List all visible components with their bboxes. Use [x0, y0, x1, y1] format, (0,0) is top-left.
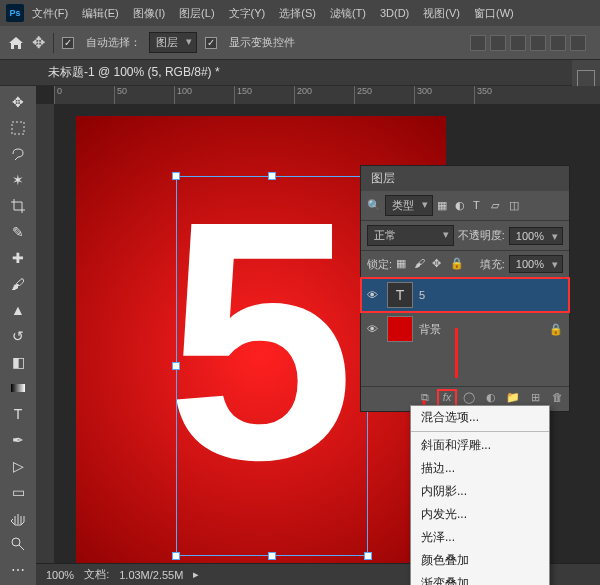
menu-window[interactable]: 窗口(W)	[468, 2, 520, 25]
layer-name[interactable]: 5	[419, 289, 425, 301]
search-icon[interactable]: 🔍	[367, 199, 381, 212]
ruler-mark: 150	[234, 86, 294, 104]
transform-handle[interactable]	[268, 552, 276, 560]
fx-menu-item-blending[interactable]: 混合选项...	[411, 406, 549, 429]
move-tool-icon[interactable]: ✥	[32, 33, 45, 52]
marquee-tool[interactable]	[4, 116, 32, 140]
menu-type[interactable]: 文字(Y)	[223, 2, 272, 25]
transform-handle[interactable]	[172, 552, 180, 560]
type-tool[interactable]: T	[4, 402, 32, 426]
layer-row-background[interactable]: 👁 背景 🔒	[361, 312, 569, 346]
document-tab[interactable]: 未标题-1 @ 100% (5, RGB/8#) *	[40, 60, 228, 85]
zoom-level[interactable]: 100%	[46, 569, 74, 581]
ruler-mark: 100	[174, 86, 234, 104]
layer-thumbnail-type-icon: T	[387, 282, 413, 308]
lock-transparency-icon[interactable]: ▦	[396, 257, 410, 271]
menu-image[interactable]: 图像(I)	[127, 2, 171, 25]
layers-panel-tab[interactable]: 图层	[361, 166, 569, 191]
filter-smart-icon[interactable]: ◫	[509, 199, 523, 213]
eraser-tool[interactable]: ◧	[4, 350, 32, 374]
menu-layer[interactable]: 图层(L)	[173, 2, 220, 25]
menu-file[interactable]: 文件(F)	[26, 2, 74, 25]
fill-label: 填充:	[480, 257, 505, 272]
crop-tool[interactable]	[4, 194, 32, 218]
kind-filter-dropdown[interactable]: 类型	[385, 195, 433, 216]
eyedropper-tool[interactable]: ✎	[4, 220, 32, 244]
transform-handle[interactable]	[268, 172, 276, 180]
align-icon[interactable]	[510, 35, 526, 51]
transform-bounding-box[interactable]	[176, 176, 368, 556]
layer-style-menu: 混合选项... 斜面和浮雕... 描边... 内阴影... 内发光... 光泽.…	[410, 405, 550, 585]
menu-edit[interactable]: 编辑(E)	[76, 2, 125, 25]
status-chevron-icon[interactable]: ▸	[193, 568, 199, 581]
fx-menu-item-coloroverlay[interactable]: 颜色叠加	[411, 549, 549, 572]
fx-menu-item-gradientoverlay[interactable]: 渐变叠加	[411, 572, 549, 585]
delete-layer-icon[interactable]: 🗑	[549, 391, 565, 407]
lock-paint-icon[interactable]: 🖌	[414, 257, 428, 271]
ruler-vertical	[36, 104, 54, 563]
magic-wand-tool[interactable]: ✶	[4, 168, 32, 192]
menu-separator	[411, 431, 549, 432]
filter-type-icon[interactable]: T	[473, 199, 487, 213]
more-tools-icon[interactable]: ⋯	[4, 558, 32, 582]
menu-select[interactable]: 选择(S)	[273, 2, 322, 25]
align-icon[interactable]	[470, 35, 486, 51]
auto-select-checkbox[interactable]	[62, 37, 74, 49]
pen-tool[interactable]: ✒	[4, 428, 32, 452]
filter-shape-icon[interactable]: ▱	[491, 199, 505, 213]
menu-view[interactable]: 视图(V)	[417, 2, 466, 25]
zoom-tool[interactable]	[4, 532, 32, 556]
shape-tool[interactable]: ▭	[4, 480, 32, 504]
menu-filter[interactable]: 滤镜(T)	[324, 2, 372, 25]
layer-row-text[interactable]: 👁 T 5	[361, 278, 569, 312]
options-bar: ✥ 自动选择： 图层 显示变换控件	[0, 26, 600, 60]
auto-select-target-dropdown[interactable]: 图层	[149, 32, 197, 53]
lock-icon: 🔒	[549, 323, 563, 336]
align-icons-group	[470, 35, 592, 51]
fx-menu-item-stroke[interactable]: 描边...	[411, 457, 549, 480]
home-icon[interactable]	[8, 36, 24, 50]
healing-brush-tool[interactable]: ✚	[4, 246, 32, 270]
layers-panel: 图层 🔍 类型 ▦ ◐ T ▱ ◫ 正常 不透明度: 100% 锁定: ▦ 🖌 …	[360, 165, 570, 412]
lock-all-icon[interactable]: 🔒	[450, 257, 464, 271]
hand-tool[interactable]	[4, 506, 32, 530]
menu-3d[interactable]: 3D(D)	[374, 3, 415, 23]
fx-menu-item-bevel[interactable]: 斜面和浮雕...	[411, 434, 549, 457]
align-icon[interactable]	[490, 35, 506, 51]
clone-stamp-tool[interactable]: ▲	[4, 298, 32, 322]
visibility-toggle-icon[interactable]: 👁	[367, 323, 381, 335]
layer-name[interactable]: 背景	[419, 322, 441, 337]
tools-panel: ✥ ✶ ✎ ✚ 🖌 ▲ ↺ ◧ T ✒ ▷ ▭ ⋯	[0, 86, 36, 585]
path-select-tool[interactable]: ▷	[4, 454, 32, 478]
ruler-mark: 200	[294, 86, 354, 104]
gradient-tool[interactable]	[4, 376, 32, 400]
share-icon[interactable]	[570, 35, 586, 51]
svg-line-3	[19, 545, 24, 550]
fx-menu-item-innershadow[interactable]: 内阴影...	[411, 480, 549, 503]
lock-position-icon[interactable]: ✥	[432, 257, 446, 271]
show-transform-checkbox[interactable]	[205, 37, 217, 49]
transform-handle[interactable]	[172, 362, 180, 370]
filter-adjust-icon[interactable]: ◐	[455, 199, 469, 213]
ruler-mark: 50	[114, 86, 174, 104]
transform-handle[interactable]	[172, 172, 180, 180]
transform-handle[interactable]	[364, 552, 372, 560]
history-brush-tool[interactable]: ↺	[4, 324, 32, 348]
visibility-toggle-icon[interactable]: 👁	[367, 289, 381, 301]
move-tool[interactable]: ✥	[4, 90, 32, 114]
blend-mode-dropdown[interactable]: 正常	[367, 225, 454, 246]
lasso-tool[interactable]	[4, 142, 32, 166]
opacity-value[interactable]: 100%	[509, 227, 563, 245]
filter-pixel-icon[interactable]: ▦	[437, 199, 451, 213]
brush-tool[interactable]: 🖌	[4, 272, 32, 296]
fill-value[interactable]: 100%	[509, 255, 563, 273]
ruler-mark: 300	[414, 86, 474, 104]
fx-menu-item-innerglow[interactable]: 内发光...	[411, 503, 549, 526]
align-icon[interactable]	[530, 35, 546, 51]
opacity-label: 不透明度:	[458, 228, 505, 243]
document-tab-bar: 未标题-1 @ 100% (5, RGB/8#) *	[0, 60, 600, 86]
ruler-horizontal: 0 50 100 150 200 250 300 350	[54, 86, 600, 104]
fx-menu-item-satin[interactable]: 光泽...	[411, 526, 549, 549]
ruler-mark: 0	[54, 86, 114, 104]
align-icon[interactable]	[550, 35, 566, 51]
